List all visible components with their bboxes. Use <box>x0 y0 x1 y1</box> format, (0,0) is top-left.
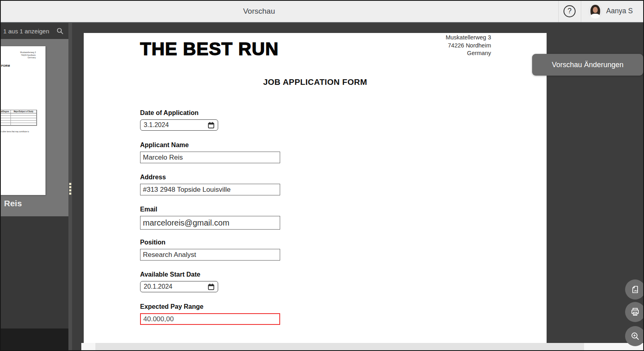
pdf-file-icon <box>630 285 640 294</box>
field-label-position: Position <box>140 239 309 246</box>
field-label-address: Address <box>140 174 309 181</box>
company-address: Muskatellerweg 3 74226 Nordheim Germany <box>446 34 491 57</box>
divider <box>558 0 559 22</box>
horizontal-scrollbar[interactable] <box>81 343 643 350</box>
app-window: Vorschau ? Aanya S 1 aus 1 anzeigen Musk… <box>0 0 644 351</box>
available-start-date-input[interactable]: 20.1.2024 <box>140 281 218 292</box>
print-button[interactable] <box>625 302 644 322</box>
thumbnail-panel: Muskatellerweg 3 74226 Nordheim Germany … <box>0 39 68 216</box>
avatar-face <box>593 7 598 13</box>
top-bar-actions: ? Aanya S <box>558 0 643 22</box>
address-input[interactable]: #313 2948 Topside Louisville <box>140 184 280 195</box>
field-label-expected-pay-range: Expected Pay Range <box>140 303 309 310</box>
avatar-shirt <box>591 14 600 18</box>
company-logo: THE BEST RUN <box>140 39 279 60</box>
thumbnail-table: al/Degree Major/Subject of Study <box>0 110 37 126</box>
expected-pay-range-input[interactable]: 40.000,00 <box>140 313 280 325</box>
page-count-label: 1 aus 1 anzeigen <box>3 28 56 35</box>
email-input[interactable]: marceloreis@gmail.com <box>140 216 280 230</box>
printer-icon <box>630 307 640 317</box>
field-label-date-of-application: Date of Application <box>140 109 309 117</box>
date-of-application-input[interactable]: 3.1.2024 <box>140 119 218 131</box>
splitter-grip-icon[interactable] <box>69 183 71 195</box>
preview-changes-button[interactable]: Vorschau Änderungen <box>532 54 643 76</box>
position-input[interactable]: Research Analyst <box>140 249 280 261</box>
thumbnail-title-fragment: FORM <box>1 64 10 67</box>
avatar[interactable] <box>588 4 603 18</box>
application-form: Date of Application 3.1.2024 <box>140 109 309 325</box>
field-label-email: Email <box>140 206 309 213</box>
thumbnail-pane-header: 1 aus 1 anzeigen <box>0 23 68 39</box>
pane-splitter[interactable] <box>68 23 72 351</box>
divider <box>581 0 581 22</box>
scrollbar-thumb[interactable] <box>95 343 584 350</box>
thumbnail-address: Muskatellerweg 3 74226 Nordheim Germany <box>20 51 36 59</box>
form-title: JOB APPLICATION FORM <box>84 77 547 87</box>
calendar-icon[interactable] <box>208 122 215 129</box>
top-bar: Vorschau ? Aanya S <box>0 0 644 23</box>
zoom-in-button[interactable] <box>625 326 644 346</box>
field-label-available-start-date: Available Start Date <box>140 271 309 278</box>
thumbnail-name-label: Reis <box>4 199 22 208</box>
export-pdf-button[interactable] <box>625 279 644 300</box>
sidebar-footer-area <box>0 328 68 351</box>
field-label-applicant-name: Applicant Name <box>140 142 309 149</box>
page-title: Vorschau <box>243 0 275 22</box>
help-icon[interactable]: ? <box>564 5 576 17</box>
zoom-in-icon <box>630 331 640 341</box>
sidebar-empty-area <box>0 216 68 328</box>
applicant-name-input[interactable]: Marcelo Reis <box>140 152 280 163</box>
calendar-icon[interactable] <box>208 283 215 290</box>
search-icon[interactable] <box>56 27 64 35</box>
thumbnail-note-fragment: or other items that may contribute to <box>0 131 29 133</box>
page-thumbnail[interactable]: Muskatellerweg 3 74226 Nordheim Germany … <box>0 46 45 195</box>
document-page: THE BEST RUN Muskatellerweg 3 74226 Nord… <box>84 33 547 343</box>
user-menu-label[interactable]: Aanya S <box>606 7 643 15</box>
